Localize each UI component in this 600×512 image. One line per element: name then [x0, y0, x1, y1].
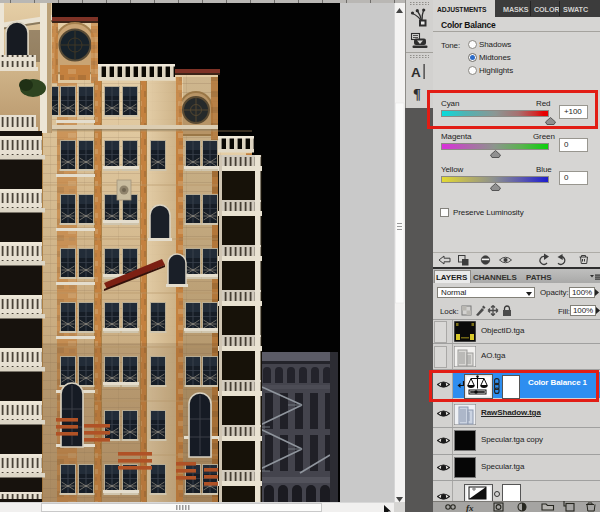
- svg-text:A: A: [411, 65, 421, 80]
- svg-text:fx: fx: [466, 503, 474, 512]
- svg-text:¶: ¶: [413, 86, 421, 102]
